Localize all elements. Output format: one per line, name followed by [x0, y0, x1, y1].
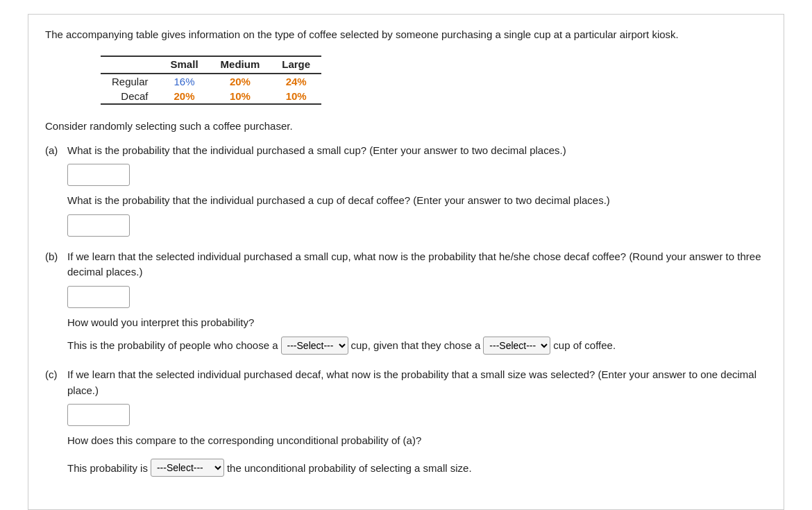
part-c-select[interactable]: ---Select--- equal to less than greater … [151, 459, 224, 477]
part-c-final-suffix: the unconditional probability of selecti… [227, 459, 472, 477]
col-header-medium: Medium [210, 56, 271, 74]
part-c-section: (c) If we learn that the selected indivi… [45, 367, 767, 477]
part-c-final-row: This probability is ---Select--- equal t… [67, 459, 767, 477]
part-b-select1[interactable]: ---Select--- small medium large decaf re… [281, 337, 348, 355]
part-b-interpret-row: This is the probability of people who ch… [67, 336, 767, 355]
part-a-question1-text: What is the probability that the individ… [67, 143, 767, 159]
part-b-select2[interactable]: ---Select--- small medium large decaf re… [483, 337, 550, 355]
part-b-section: (b) If we learn that the selected indivi… [45, 249, 767, 355]
intro-text: The accompanying table gives information… [45, 27, 767, 43]
part-c-question-text: If we learn that the selected individual… [67, 367, 767, 398]
row-label-regular: Regular [101, 74, 160, 89]
part-b-answer-input[interactable] [67, 286, 130, 308]
row-label-decaf: Decaf [101, 89, 160, 104]
part-a-label: (a) [45, 143, 67, 159]
part-b-label: (b) [45, 249, 67, 265]
part-b-question-text: If we learn that the selected individual… [67, 249, 767, 280]
table-row-regular: Regular 16% 20% 24% [101, 74, 321, 89]
part-c-question-line: (c) If we learn that the selected indivi… [45, 367, 767, 398]
part-b-interpret-end: cup of coffee. [553, 336, 616, 355]
part-a-question2-text: What is the probability that the individ… [67, 193, 767, 209]
col-header-empty [101, 56, 160, 74]
part-b-interpret-mid: cup, given that they chose a [351, 336, 481, 355]
part-b-interpret-prefix: This is the probability of people who ch… [67, 336, 278, 355]
col-header-small: Small [160, 56, 210, 74]
part-c-answer-input[interactable] [67, 404, 130, 426]
part-b-question-line: (b) If we learn that the selected indivi… [45, 249, 767, 280]
regular-large: 24% [271, 74, 321, 89]
part-a-section: (a) What is the probability that the ind… [45, 143, 767, 237]
decaf-large: 10% [271, 89, 321, 104]
table-row-decaf: Decaf 20% 10% 10% [101, 89, 321, 104]
main-container: The accompanying table gives information… [28, 14, 784, 510]
part-b-interpret-label: How would you interpret this probability… [67, 315, 767, 331]
decaf-small: 20% [160, 89, 210, 104]
part-a-answer1-input[interactable] [67, 164, 130, 186]
regular-medium: 20% [210, 74, 271, 89]
part-c-final-prefix: This probability is [67, 459, 148, 477]
part-c-compare-label: How does this compare to the correspondi… [67, 433, 767, 449]
part-a-answer2-input[interactable] [67, 214, 130, 237]
part-c-label: (c) [45, 367, 67, 383]
col-header-large: Large [271, 56, 321, 74]
consider-text: Consider randomly selecting such a coffe… [45, 120, 767, 132]
regular-small: 16% [160, 74, 210, 89]
coffee-table: Small Medium Large Regular 16% 20% 24% D… [101, 56, 321, 105]
part-a-question1-line: (a) What is the probability that the ind… [45, 143, 767, 159]
decaf-medium: 10% [210, 89, 271, 104]
